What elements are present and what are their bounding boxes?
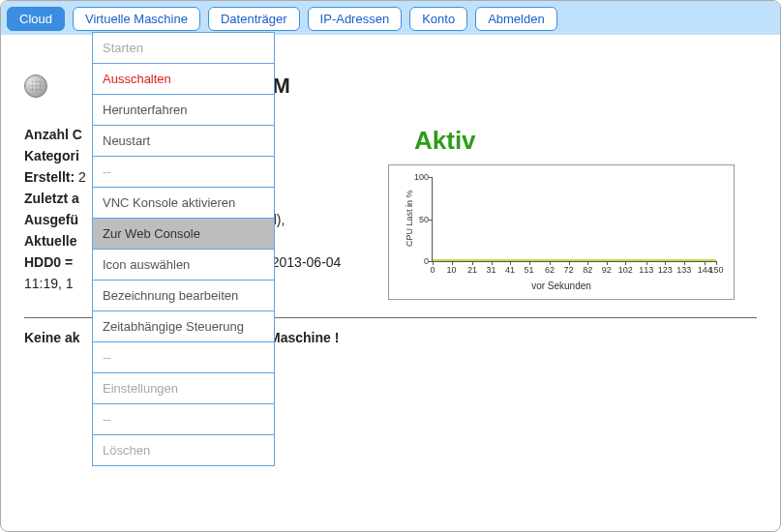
dd-restart[interactable]: Neustart bbox=[93, 126, 274, 157]
cpu-chart: CPU Last in % 100 50 0 01021314151627282… bbox=[388, 164, 735, 300]
x-tick-133: 133 bbox=[676, 265, 691, 275]
dd-sep1: -- bbox=[93, 157, 274, 188]
y-tick-0: 0 bbox=[406, 256, 429, 266]
dd-poweroff[interactable]: Ausschalten bbox=[93, 64, 274, 95]
globe-icon bbox=[24, 74, 47, 98]
x-tick-113: 113 bbox=[639, 265, 653, 275]
chart-plot-area: 100 50 0 0102131415162728292102113123133… bbox=[432, 177, 716, 262]
x-tick-102: 102 bbox=[618, 265, 633, 275]
x-tick-82: 82 bbox=[583, 265, 592, 275]
tab-disks[interactable]: Datenträger bbox=[208, 7, 300, 31]
dd-settings: Einstellungen bbox=[93, 373, 274, 404]
dd-rename[interactable]: Bezeichnung bearbeiten bbox=[93, 281, 274, 311]
dd-vnc[interactable]: VNC Konsole aktivieren bbox=[93, 188, 274, 219]
dd-sep3: -- bbox=[93, 404, 274, 435]
lbl-category: Kategori bbox=[24, 148, 79, 163]
tab-logout[interactable]: Abmelden bbox=[475, 7, 557, 31]
status-badge: Aktiv bbox=[414, 126, 476, 156]
x-tick-0: 0 bbox=[430, 265, 435, 275]
jobs-msg-before: Keine ak bbox=[24, 330, 80, 345]
vm-dropdown: StartenAusschaltenHerunterfahrenNeustart… bbox=[92, 32, 275, 466]
x-tick-150: 150 bbox=[708, 265, 723, 275]
tab-vm[interactable]: Virtuelle Maschine bbox=[73, 7, 200, 31]
chart-x-label: vor Sekunden bbox=[399, 281, 724, 291]
dd-delete: Löschen bbox=[93, 435, 274, 465]
x-tick-41: 41 bbox=[505, 265, 515, 275]
lbl-exec: Ausgefü bbox=[24, 212, 78, 227]
dd-schedule[interactable]: Zeitabhängige Steuerung bbox=[93, 311, 274, 342]
dd-icon[interactable]: Icon auswählen bbox=[93, 250, 274, 281]
tab-ips[interactable]: IP-Adressen bbox=[308, 7, 403, 31]
x-tick-31: 31 bbox=[487, 265, 496, 275]
x-tick-92: 92 bbox=[602, 265, 612, 275]
tab-cloud[interactable]: Cloud bbox=[7, 7, 65, 31]
val-hdd-line2: 11:19, 1 bbox=[24, 276, 74, 291]
chart-series-line bbox=[433, 259, 716, 261]
x-tick-72: 72 bbox=[564, 265, 574, 275]
dd-shutdown[interactable]: Herunterfahren bbox=[93, 95, 274, 126]
x-tick-51: 51 bbox=[525, 265, 534, 275]
lbl-hdd: HDD0 = bbox=[24, 254, 73, 270]
nav-bar: CloudVirtuelle MaschineDatenträgerIP-Adr… bbox=[1, 1, 780, 35]
dd-web-console[interactable]: Zur Web Console bbox=[93, 219, 274, 250]
lbl-cpu: Anzahl C bbox=[24, 127, 82, 142]
y-tick-50: 50 bbox=[406, 215, 429, 224]
y-tick-100: 100 bbox=[406, 172, 429, 182]
tab-account[interactable]: Konto bbox=[409, 7, 467, 31]
lbl-last: Zuletzt a bbox=[24, 191, 79, 206]
lbl-created: Erstellt: bbox=[24, 169, 75, 185]
dd-sep2: -- bbox=[93, 342, 274, 373]
lbl-current: Aktuelle bbox=[24, 233, 76, 249]
x-tick-10: 10 bbox=[447, 265, 457, 275]
x-tick-123: 123 bbox=[658, 265, 673, 275]
dd-start: Starten bbox=[93, 33, 274, 64]
x-tick-21: 21 bbox=[467, 265, 477, 275]
val-created: 2 bbox=[78, 169, 86, 185]
x-tick-62: 62 bbox=[545, 265, 555, 275]
